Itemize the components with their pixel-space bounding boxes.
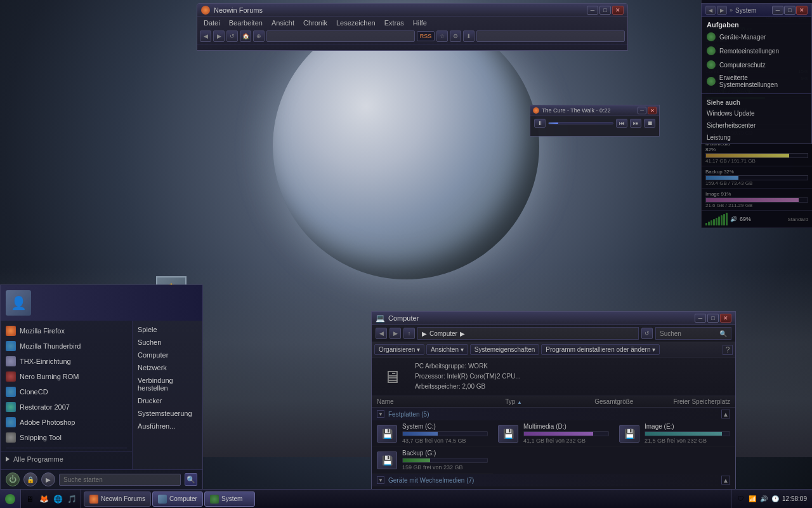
browser-menu-ansicht[interactable]: Ansicht bbox=[268, 18, 298, 27]
system-seealso-perf[interactable]: Leistung bbox=[702, 131, 811, 144]
lock-button[interactable]: 🔒 bbox=[23, 472, 37, 486]
start-item-firefox[interactable]: Mozilla Firefox bbox=[1, 323, 132, 338]
drive-system[interactable]: 💾 System (C:) 43,7 GB frei von 74,5 GB bbox=[372, 420, 493, 447]
removable-expand-button[interactable]: ▼ bbox=[377, 476, 384, 484]
rss-button[interactable]: RSS bbox=[417, 31, 435, 41]
drive-backup[interactable]: 💾 Backup (G:) 159 GB frei von 232 GB bbox=[372, 447, 493, 474]
media-close-button[interactable]: ✕ bbox=[648, 107, 657, 114]
system-seealso-update[interactable]: Windows Update bbox=[702, 107, 811, 119]
start-item-games[interactable]: Spiele bbox=[133, 323, 202, 336]
media-minimize-button[interactable]: ─ bbox=[638, 107, 646, 114]
start-item-computer[interactable]: Computer bbox=[133, 349, 202, 361]
quick-firefox-button[interactable]: 🦊 bbox=[37, 493, 50, 505]
start-item-thx[interactable]: THX-Einrichtung bbox=[1, 354, 132, 369]
browser-menu-chronik[interactable]: Chronik bbox=[299, 18, 331, 27]
computer-uninstall-button[interactable]: Programm deinstallieren oder ändern ▾ bbox=[541, 344, 660, 355]
start-item-search[interactable]: Suchen bbox=[133, 336, 202, 349]
computer-forward-button[interactable]: ▶ bbox=[390, 328, 401, 339]
browser-new-tab-button[interactable]: ⊕ bbox=[253, 30, 265, 42]
power-button[interactable]: ⏻ bbox=[6, 472, 20, 486]
computer-refresh-button[interactable]: ↺ bbox=[641, 328, 653, 339]
media-prev-button[interactable]: ⏮ bbox=[616, 119, 627, 128]
taskbar-item-neowin[interactable]: Neowin Forums bbox=[84, 491, 151, 507]
drive-multimedia[interactable]: 💾 Multimedia (D:) 41,1 GB frei von 232 G… bbox=[493, 420, 614, 447]
browser-menu-datei[interactable]: Datei bbox=[200, 18, 224, 27]
taskbar-item-computer[interactable]: Computer bbox=[152, 491, 203, 507]
start-item-run[interactable]: Ausführen... bbox=[133, 420, 202, 432]
taskbar-item-system[interactable]: System bbox=[204, 491, 255, 507]
drive-image[interactable]: 💾 Image (E:) 21,5 GB frei von 232 GB bbox=[614, 420, 735, 447]
start-item-nero[interactable]: Nero Burning ROM bbox=[1, 369, 132, 384]
tray-network-icon[interactable]: 📶 bbox=[748, 495, 757, 504]
start-button[interactable] bbox=[0, 490, 21, 508]
computer-up-button[interactable]: ↑ bbox=[403, 328, 415, 339]
computer-views-button[interactable]: Ansichten ▾ bbox=[426, 344, 468, 355]
browser-download-btn[interactable]: ⬇ bbox=[463, 30, 475, 42]
start-search-input[interactable] bbox=[59, 474, 181, 486]
start-item-clonecd[interactable]: CloneCD bbox=[1, 384, 132, 399]
start-item-connect[interactable]: Verbindung herstellen bbox=[133, 374, 202, 394]
media-progress-bar[interactable] bbox=[548, 122, 613, 124]
removable-collapse-button[interactable]: ▲ bbox=[721, 476, 730, 485]
computer-maximize-button[interactable]: □ bbox=[707, 314, 719, 323]
tray-antivirus-icon[interactable]: 🛡 bbox=[737, 495, 745, 504]
tray-volume-icon[interactable]: 🔊 bbox=[759, 495, 768, 504]
browser-forward-button[interactable]: ▶ bbox=[213, 30, 225, 42]
computer-address-sep: ▶ bbox=[460, 330, 465, 337]
start-all-programs-button[interactable]: Alle Programme bbox=[1, 451, 132, 467]
browser-home-button[interactable]: 🏠 bbox=[240, 30, 251, 42]
browser-maximize-button[interactable]: □ bbox=[599, 6, 611, 15]
browser-menu-lesezeichen[interactable]: Lesezeichen bbox=[332, 18, 379, 27]
computer-minimize-button[interactable]: ─ bbox=[695, 314, 706, 323]
system-seealso-security[interactable]: Sicherheitscenter bbox=[702, 119, 811, 131]
column-size[interactable]: Gesamtgröße bbox=[570, 398, 633, 405]
computer-address-bar[interactable]: ▶ Computer ▶ bbox=[417, 327, 639, 340]
start-item-control-panel[interactable]: Systemsteuerung bbox=[133, 407, 202, 420]
browser-menu-extras[interactable]: Extras bbox=[381, 18, 408, 27]
browser-address-bar[interactable] bbox=[266, 30, 415, 42]
start-item-network[interactable]: Netzwerk bbox=[133, 361, 202, 374]
drives-collapse-button[interactable]: ▲ bbox=[721, 410, 730, 418]
browser-close-button[interactable]: ✕ bbox=[612, 6, 624, 15]
browser-minimize-button[interactable]: ─ bbox=[587, 6, 598, 15]
system-widget-maximize[interactable]: □ bbox=[784, 6, 796, 15]
media-pause-button[interactable]: ⏸ bbox=[534, 119, 546, 128]
drives-expand-button[interactable]: ▼ bbox=[377, 410, 384, 418]
quick-media-button[interactable]: 🎵 bbox=[65, 493, 78, 505]
system-widget-minimize[interactable]: ─ bbox=[772, 6, 783, 15]
browser-tools-btn[interactable]: ⚙ bbox=[450, 30, 461, 42]
system-task-remote[interactable]: Remoteeinstellungen bbox=[702, 44, 811, 58]
computer-help-button[interactable]: ? bbox=[723, 345, 733, 355]
browser-bookmark-btn[interactable]: ☆ bbox=[436, 30, 448, 42]
start-item-thunderbird[interactable]: Mozilla Thunderbird bbox=[1, 338, 132, 354]
system-widget-forward[interactable]: ▶ bbox=[717, 6, 727, 15]
browser-back-button[interactable]: ◀ bbox=[200, 30, 211, 42]
computer-back-button[interactable]: ◀ bbox=[376, 328, 387, 339]
browser-menu-hilfe[interactable]: Hilfe bbox=[409, 18, 431, 27]
computer-organize-button[interactable]: Organisieren ▾ bbox=[374, 344, 424, 355]
quick-ie-button[interactable]: 🌐 bbox=[51, 493, 64, 505]
column-free[interactable]: Freier Speicherplatz bbox=[636, 398, 730, 405]
system-widget-back[interactable]: ◀ bbox=[705, 6, 716, 15]
browser-menu-bearbeiten[interactable]: Bearbeiten bbox=[225, 18, 266, 27]
system-task-protect[interactable]: Computerschutz bbox=[702, 58, 811, 72]
computer-sysprop-button[interactable]: Systemeigenschaften bbox=[470, 344, 540, 355]
system-task-advanced[interactable]: Erweiterte Systemeinstellungen bbox=[702, 72, 811, 91]
column-type[interactable]: Typ ▲ bbox=[505, 398, 568, 405]
start-item-snipping[interactable]: Snipping Tool bbox=[1, 430, 132, 445]
see-also-security-label: Sicherheitscenter bbox=[707, 122, 756, 129]
system-widget-close[interactable]: ✕ bbox=[796, 6, 808, 15]
media-next-button[interactable]: ⏭ bbox=[630, 119, 641, 128]
computer-search-field[interactable]: Suchen 🔍 bbox=[655, 327, 731, 340]
arrow-button[interactable]: ▶ bbox=[41, 472, 55, 486]
start-item-photoshop[interactable]: Adobe Photoshop bbox=[1, 415, 132, 430]
quick-show-desktop-button[interactable]: 🖥 bbox=[23, 493, 36, 505]
browser-search-bar[interactable] bbox=[476, 30, 625, 42]
browser-reload-button[interactable]: ↺ bbox=[226, 30, 238, 42]
start-item-printer[interactable]: Drucker bbox=[133, 394, 202, 407]
computer-close-button[interactable]: ✕ bbox=[720, 314, 731, 323]
start-search-submit-button[interactable]: 🔍 bbox=[185, 473, 197, 486]
media-stop-button[interactable]: ⏹ bbox=[644, 119, 655, 128]
start-item-restorator[interactable]: Restorator 2007 bbox=[1, 399, 132, 415]
system-task-devices[interactable]: Geräte-Manager bbox=[702, 30, 811, 44]
